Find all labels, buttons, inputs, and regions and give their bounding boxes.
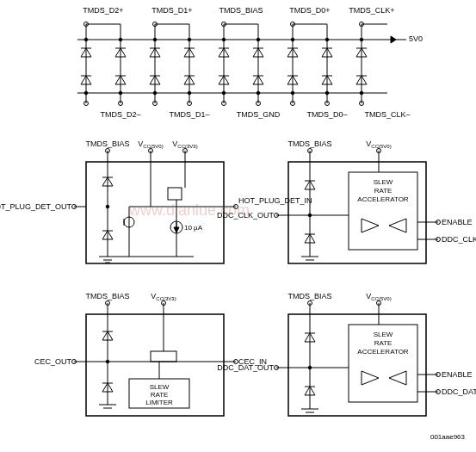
svg-rect-161 (151, 351, 176, 362)
svg-point-37 (188, 91, 191, 95)
lbl-d0n: TMDS_D0– (306, 110, 347, 119)
svg-point-46 (222, 91, 226, 95)
hp-left: HOT_PLUG_DET_OUT (0, 202, 71, 211)
dd-in: DDC_DAT_IN (442, 387, 476, 396)
dd-top-b: VCC(5V0) (366, 292, 391, 301)
svg-rect-106 (168, 188, 182, 200)
svg-marker-185 (362, 371, 379, 385)
svg-marker-186 (389, 371, 406, 385)
dc-block-l1: SLEW (374, 178, 393, 186)
svg-point-79 (360, 38, 363, 41)
svg-point-11 (84, 38, 88, 41)
svg-point-28 (153, 38, 157, 41)
esd-bank: 5V0 (77, 6, 423, 119)
lbl-d0p: TMDS_D0+ (289, 6, 330, 15)
hp-top-a: TMDS_BIAS (85, 139, 129, 148)
cec-l3: LIMITER (145, 399, 173, 406)
dc-top-a: TMDS_BIAS (287, 139, 331, 148)
svg-point-45 (222, 38, 226, 41)
svg-marker-137 (362, 219, 379, 232)
hp-top-b: VCC(5V0) (138, 139, 163, 149)
svg-point-70 (325, 38, 329, 41)
dc-en: ENABLE (442, 218, 473, 226)
dd-top-a: TMDS_BIAS (287, 292, 331, 300)
cec-top-b: VCC(3V3) (151, 292, 176, 301)
svg-point-12 (84, 91, 88, 95)
svg-marker-115 (174, 227, 179, 232)
svg-point-53 (257, 38, 260, 41)
cec-block: TMDS_BIAS VCC(3V3) CEC_OUT CEC_IN SLEW R… (34, 292, 267, 416)
dc-top-b: VCC(5V0) (366, 139, 391, 149)
svg-point-29 (153, 91, 157, 95)
svg-point-63 (291, 91, 294, 95)
hp-current: 10 µA (184, 224, 203, 232)
lbl-bias: TMDS_BIAS (219, 6, 263, 15)
cec-top-a: TMDS_BIAS (85, 292, 129, 300)
dc-in: DDC_CLK_IN (442, 235, 476, 244)
dd-l3: ACCELERATOR (357, 348, 408, 356)
svg-point-54 (257, 91, 260, 95)
lbl-d1p: TMDS_D1+ (151, 6, 192, 15)
lbl-d2p: TMDS_D2+ (83, 6, 123, 15)
supply-label: 5V0 (409, 34, 423, 43)
lbl-d1n: TMDS_D1– (169, 110, 209, 119)
dd-l2: RATE (374, 339, 393, 347)
watermark: www.dianlue.com (128, 201, 250, 219)
svg-point-19 (119, 38, 122, 41)
svg-rect-117 (288, 162, 426, 263)
svg-marker-138 (389, 219, 406, 232)
hp-top-c: VCC(3V3) (172, 139, 197, 149)
lbl-d2n: TMDS_D2– (100, 110, 140, 119)
svg-point-36 (188, 38, 191, 41)
lbl-gnd: TMDS_GND (237, 110, 281, 119)
dd-en: ENABLE (442, 370, 473, 379)
cec-l1: SLEW (150, 383, 170, 391)
svg-point-62 (291, 38, 294, 41)
dd-l1: SLEW (374, 331, 393, 338)
doc-id: 001aae963 (430, 433, 466, 441)
svg-point-80 (360, 91, 363, 95)
svg-marker-3 (391, 36, 396, 43)
lbl-clkp: TMDS_CLK+ (349, 6, 394, 15)
lbl-clkn: TMDS_CLK– (364, 110, 410, 119)
dc-block-l2: RATE (374, 187, 393, 195)
svg-point-102 (106, 205, 109, 208)
svg-point-20 (119, 91, 122, 95)
cec-left: CEC_OUT (34, 357, 72, 366)
svg-rect-165 (288, 314, 426, 416)
dc-block-l3: ACCELERATOR (357, 195, 408, 203)
ddc-dat-block: TMDS_BIAS VCC(5V0) DDC_DAT_OUT ENABLE DD… (217, 292, 476, 416)
dd-left: DDC_DAT_OUT (217, 363, 274, 372)
cec-l2: RATE (151, 391, 169, 399)
schematic-diagram: 5V0 (0, 0, 476, 452)
svg-point-71 (325, 91, 329, 95)
